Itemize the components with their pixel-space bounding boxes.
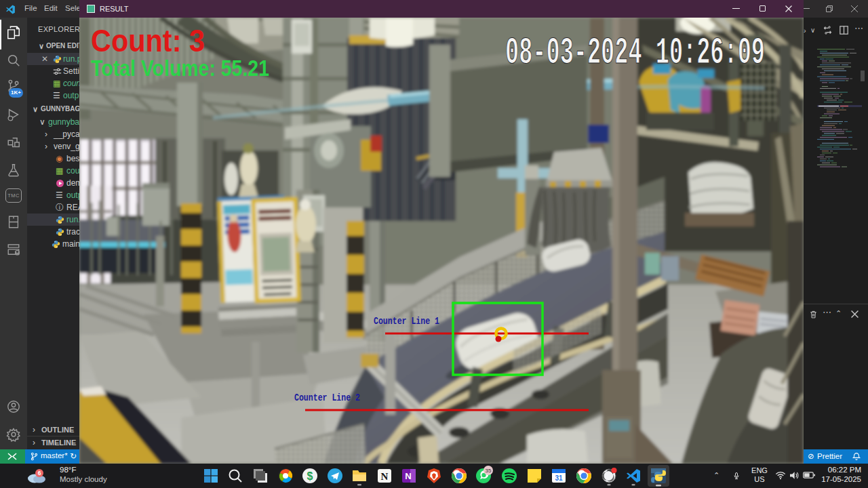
svg-text:N: N xyxy=(381,471,389,482)
svg-text:08-03-2024 10:26:09: 08-03-2024 10:26:09 xyxy=(505,31,765,75)
svg-text:Counter Line 2: Counter Line 2 xyxy=(294,392,360,404)
svg-text:Counter Line 1: Counter Line 1 xyxy=(374,315,439,327)
svg-text:N: N xyxy=(405,471,411,481)
svg-text:$: $ xyxy=(307,470,313,482)
svg-text:Total Volume: 55.21: Total Volume: 55.21 xyxy=(91,56,269,81)
svg-text:Count: 3: Count: 3 xyxy=(91,23,205,58)
svg-text:31: 31 xyxy=(555,474,563,482)
svg-text:6: 6 xyxy=(38,470,41,476)
svg-text:35: 35 xyxy=(486,468,492,474)
